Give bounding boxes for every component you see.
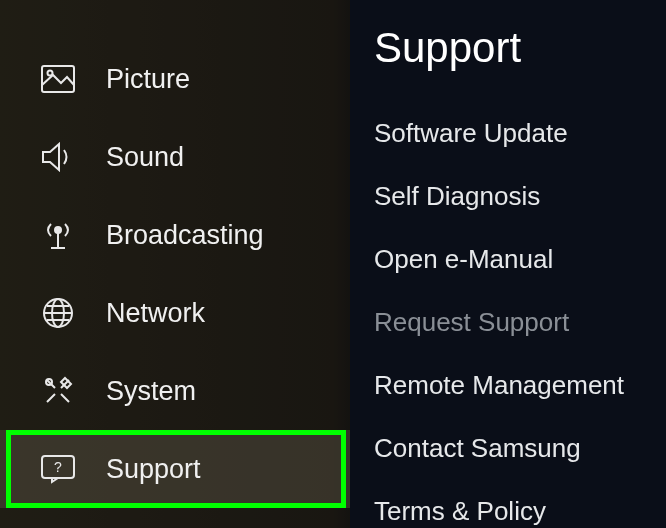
sidebar-item-label: Support — [106, 454, 201, 485]
sidebar-item-network[interactable]: Network — [0, 274, 350, 352]
sidebar-item-broadcasting[interactable]: Broadcasting — [0, 196, 350, 274]
svg-text:?: ? — [54, 459, 62, 475]
sub-item-request-support: Request Support — [374, 291, 646, 354]
sub-item-terms-policy[interactable]: Terms & Policy — [374, 480, 646, 528]
svg-point-3 — [55, 227, 61, 233]
svg-marker-2 — [43, 144, 59, 170]
network-icon — [38, 293, 78, 333]
support-icon: ? — [38, 449, 78, 489]
sidebar-menu: Picture Sound Broadcasting Network — [0, 0, 350, 508]
broadcasting-icon — [38, 215, 78, 255]
system-icon — [38, 371, 78, 411]
settings-screen: Picture Sound Broadcasting Network — [0, 0, 666, 528]
sidebar-item-picture[interactable]: Picture — [0, 40, 350, 118]
sidebar: Picture Sound Broadcasting Network — [0, 0, 350, 528]
sub-item-remote-management[interactable]: Remote Management — [374, 354, 646, 417]
sidebar-item-label: Sound — [106, 142, 184, 173]
sidebar-item-system[interactable]: System — [0, 352, 350, 430]
sidebar-item-label: Picture — [106, 64, 190, 95]
sub-item-contact-samsung[interactable]: Contact Samsung — [374, 417, 646, 480]
sound-icon — [38, 137, 78, 177]
sub-item-self-diagnosis[interactable]: Self Diagnosis — [374, 165, 646, 228]
sub-item-software-update[interactable]: Software Update — [374, 102, 646, 165]
panel-title: Support — [374, 24, 646, 72]
sidebar-item-support[interactable]: ? Support — [0, 430, 350, 508]
sidebar-item-label: Broadcasting — [106, 220, 264, 251]
picture-icon — [38, 59, 78, 99]
sidebar-item-label: System — [106, 376, 196, 407]
svg-point-1 — [48, 71, 53, 76]
sub-item-open-e-manual[interactable]: Open e-Manual — [374, 228, 646, 291]
detail-panel: Support Software Update Self Diagnosis O… — [350, 0, 666, 528]
sidebar-item-label: Network — [106, 298, 205, 329]
sidebar-item-sound[interactable]: Sound — [0, 118, 350, 196]
